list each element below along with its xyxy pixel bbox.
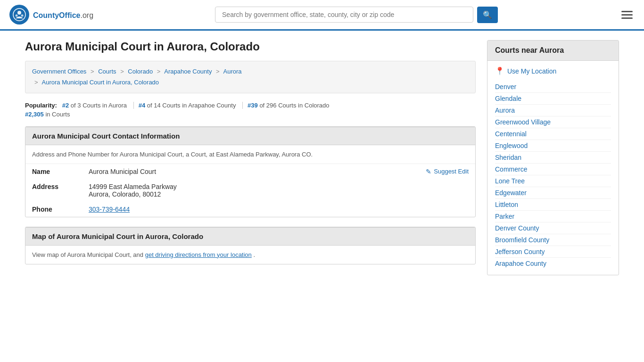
sidebar-link-aurora[interactable]: Aurora [495,105,611,116]
search-button[interactable]: 🔍 [477,7,498,23]
map-desc-start: View map of Aurora Municipal Court, and [32,251,145,258]
contact-address-row: Address 14999 East Alameda Parkway Auror… [25,179,475,202]
address-value: 14999 East Alameda Parkway Aurora, Color… [82,179,475,202]
suggest-edit-label: Suggest Edit [434,168,469,175]
sidebar-link-centennial[interactable]: Centennial [495,128,611,140]
rank1: #2 [62,102,69,109]
search-icon: 🔍 [483,11,492,19]
popularity-row: Popularity: #2 of 3 Courts in Aurora #4 … [25,102,476,109]
logo-text: CountyOffice.org [33,9,93,20]
contact-phone-row: Phone 303-739-6444 [25,202,475,217]
sidebar-link-lone-tree[interactable]: Lone Tree [495,175,611,187]
sidebar-link-arapahoe-county[interactable]: Arapahoe County [495,258,611,269]
map-section: Map of Aurora Municipal Court in Aurora,… [25,227,476,264]
breadcrumb-sep4: > [216,68,220,75]
phone-value: 303-739-6444 [82,202,475,217]
breadcrumb-courts[interactable]: Courts [98,68,116,75]
contact-section: Aurora Municipal Court Contact Informati… [25,126,476,217]
logo-area: CountyOffice.org [9,5,93,25]
content-area: Aurora Municipal Court in Aurora, Colora… [25,40,476,275]
rank2: #4 [139,102,145,109]
sidebar-link-jefferson-county[interactable]: Jefferson County [495,246,611,258]
menu-icon-line3 [621,17,633,19]
pop-sep2 [242,102,243,109]
name-value: Aurora Municipal Court ✎ Suggest Edit [82,164,475,179]
rank1-text: of 3 Courts in Aurora [71,102,127,109]
contact-table: Name Aurora Municipal Court ✎ Suggest Ed… [25,164,475,217]
sidebar-link-littleton[interactable]: Littleton [495,199,611,211]
svg-point-1 [17,11,21,15]
sidebar-link-commerce[interactable]: Commerce [495,164,611,175]
use-location-label: Use My Location [507,67,556,75]
sidebar-link-edgewater[interactable]: Edgewater [495,187,611,199]
sidebar-links-container: DenverGlendaleAuroraGreenwood VillageCen… [495,81,611,269]
breadcrumb-sep1: > [91,68,94,75]
sidebar: Courts near Aurora 📍 Use My Location Den… [487,40,619,275]
popularity-row2: #2,305 in Courts [25,111,476,118]
search-area: 🔍 [215,7,498,23]
pop-sep1 [133,102,134,109]
suggest-edit-icon: ✎ [426,168,431,175]
sidebar-link-denver-county[interactable]: Denver County [495,222,611,234]
rank4: #2,305 [25,111,44,118]
main-container: Aurora Municipal Court in Aurora, Colora… [16,31,628,285]
map-description: View map of Aurora Municipal Court, and … [25,246,475,264]
breadcrumb-aurora[interactable]: Aurora [223,68,242,75]
breadcrumb-arapahoe[interactable]: Arapahoe County [164,68,212,75]
driving-directions-link[interactable]: get driving directions from your locatio… [145,251,252,258]
menu-icon-line1 [621,11,633,12]
map-desc-end: . [253,251,255,258]
map-section-header: Map of Aurora Municipal Court in Aurora,… [25,227,475,246]
contact-description: Address and Phone Number for Aurora Muni… [25,145,475,164]
page-title: Aurora Municipal Court in Aurora, Colora… [25,40,476,53]
sidebar-link-denver[interactable]: Denver [495,81,611,93]
breadcrumb-sep3: > [157,68,161,75]
sidebar-link-glendale[interactable]: Glendale [495,93,611,105]
rank3-text: of 296 Courts in Colorado [259,102,329,109]
phone-label: Phone [25,202,82,217]
address-line1: 14999 East Alameda Parkway [89,183,469,190]
contact-section-header: Aurora Municipal Court Contact Informati… [25,127,475,145]
sidebar-link-sheridan[interactable]: Sheridan [495,152,611,164]
site-header: CountyOffice.org 🔍 [0,0,644,31]
sidebar-link-greenwood-village[interactable]: Greenwood Village [495,116,611,128]
rank4-text: in Courts [45,111,70,118]
breadcrumb-gov-offices[interactable]: Government Offices [32,68,86,75]
svg-point-3 [21,15,24,17]
sidebar-box: Courts near Aurora 📍 Use My Location Den… [487,40,619,275]
sidebar-link-broomfield-county[interactable]: Broomfield County [495,234,611,246]
sidebar-title: Courts near Aurora [487,41,619,61]
address-line2: Aurora, Colorado, 80012 [89,190,469,198]
breadcrumb-sep5: > [34,79,38,86]
sidebar-link-parker[interactable]: Parker [495,211,611,222]
menu-button[interactable] [619,9,635,21]
sidebar-content: 📍 Use My Location DenverGlendaleAuroraGr… [487,61,619,275]
logo-icon [9,5,29,25]
address-label: Address [25,179,82,202]
svg-point-2 [16,15,18,17]
contact-name-row: Name Aurora Municipal Court ✎ Suggest Ed… [25,164,475,179]
sidebar-link-englewood[interactable]: Englewood [495,140,611,152]
menu-icon-line2 [621,14,633,16]
rank3: #39 [248,102,258,109]
breadcrumb-current[interactable]: Aurora Municipal Court in Aurora, Colora… [42,79,159,86]
name-label: Name [25,164,82,179]
breadcrumb-colorado[interactable]: Colorado [128,68,153,75]
use-location-button[interactable]: 📍 Use My Location [495,66,611,75]
location-icon: 📍 [495,66,504,75]
phone-link[interactable]: 303-739-6444 [89,206,130,213]
popularity-section: Popularity: #2 of 3 Courts in Aurora #4 … [25,102,476,118]
popularity-label: Popularity: [25,102,57,109]
rank2-text: of 14 Courts in Arapahoe County [147,102,236,109]
suggest-edit-button[interactable]: ✎ Suggest Edit [426,168,469,175]
breadcrumb-sep2: > [120,68,124,75]
breadcrumb: Government Offices > Courts > Colorado >… [25,61,476,93]
search-input[interactable] [215,7,473,23]
